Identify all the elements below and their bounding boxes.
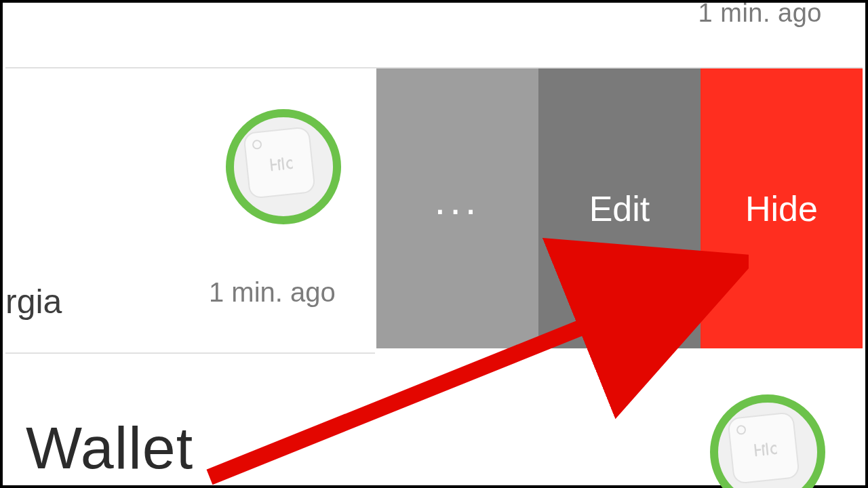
edit-button[interactable]: Edit <box>538 68 701 348</box>
tile-device-badge[interactable] <box>226 109 341 224</box>
tile-icon <box>243 126 316 199</box>
tile-hole-icon <box>252 140 262 150</box>
list-item-content[interactable]: rgia 1 min. ago <box>5 68 374 348</box>
next-list-item-fragment[interactable]: Wallet <box>5 354 863 483</box>
hide-button[interactable]: Hide <box>701 68 863 348</box>
item-timestamp: 1 min. ago <box>209 277 336 308</box>
previous-list-item-fragment: 1 min. ago <box>5 5 863 66</box>
edit-button-label: Edit <box>589 188 650 229</box>
tile-hole-icon <box>736 425 746 435</box>
item-name-partial: rgia <box>5 282 62 321</box>
swipe-actions: ... Edit Hide <box>376 68 863 348</box>
previous-item-timestamp: 1 min. ago <box>698 0 822 28</box>
list-item-swiped[interactable]: rgia 1 min. ago ... Edit Hide <box>5 68 863 348</box>
tile-device-badge[interactable] <box>710 394 825 488</box>
tile-icon <box>727 411 800 485</box>
tile-logo-icon <box>269 155 293 172</box>
hide-button-label: Hide <box>745 188 818 229</box>
next-item-name: Wallet <box>26 413 193 483</box>
more-button[interactable]: ... <box>376 68 538 348</box>
tile-logo-icon <box>753 441 777 458</box>
more-icon: ... <box>434 177 480 224</box>
